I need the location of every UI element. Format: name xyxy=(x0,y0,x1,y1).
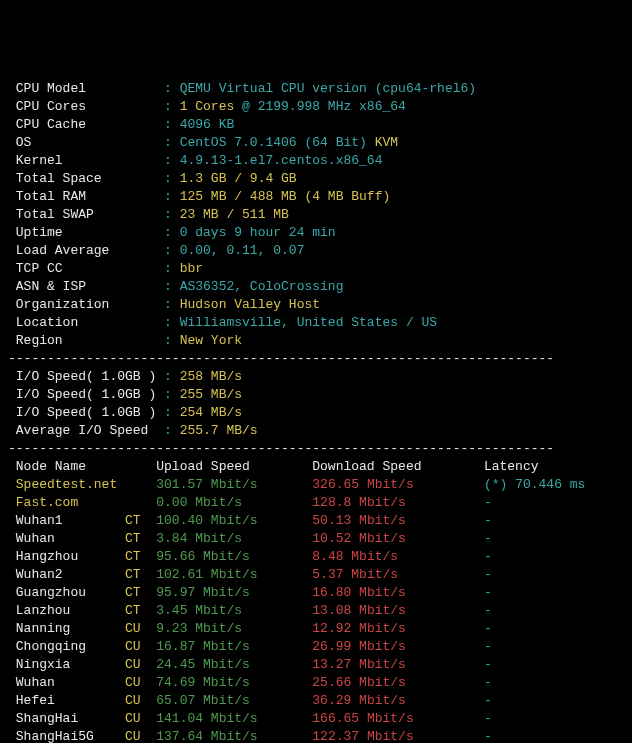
speed-isp: CT xyxy=(125,549,156,564)
speed-upload: 3.45 Mbit/s xyxy=(156,603,312,618)
colon: : xyxy=(164,297,180,312)
colon: : xyxy=(164,99,180,114)
colon: : xyxy=(164,117,180,132)
speed-download: 13.08 Mbit/s xyxy=(312,603,484,618)
speed-download: 26.99 Mbit/s xyxy=(312,639,484,654)
speed-latency: - xyxy=(484,693,492,708)
sysinfo-value: QEMU Virtual CPU version (cpu64-rhel6) xyxy=(180,81,476,96)
speed-isp xyxy=(125,477,156,492)
colon: : xyxy=(164,135,180,150)
speed-isp: CT xyxy=(125,585,156,600)
sysinfo-label: OS xyxy=(8,135,164,150)
colon: : xyxy=(164,369,180,384)
speed-row: Guangzhou CT 95.97 Mbit/s 16.80 Mbit/s - xyxy=(8,584,624,602)
colon: : xyxy=(164,405,180,420)
speed-row: Nanning CU 9.23 Mbit/s 12.92 Mbit/s - xyxy=(8,620,624,638)
sysinfo-label: CPU Model xyxy=(8,81,164,96)
speed-isp: CT xyxy=(125,513,156,528)
sysinfo-label: Load Average xyxy=(8,243,164,258)
colon: : xyxy=(164,279,180,294)
speed-download: 16.80 Mbit/s xyxy=(312,585,484,600)
colon: : xyxy=(164,171,180,186)
sysinfo-row: Load Average : 0.00, 0.11, 0.07 xyxy=(8,242,624,260)
speed-upload: 100.40 Mbit/s xyxy=(156,513,312,528)
speed-row: ShangHai CU 141.04 Mbit/s 166.65 Mbit/s … xyxy=(8,710,624,728)
header-download: Download Speed xyxy=(312,459,484,474)
speed-upload: 137.64 Mbit/s xyxy=(156,729,312,743)
sysinfo-value: 0.00, 0.11, 0.07 xyxy=(180,243,305,258)
speed-latency: - xyxy=(484,585,492,600)
divider-line: ----------------------------------------… xyxy=(8,351,554,366)
sysinfo-value: Williamsville, United States / US xyxy=(180,315,437,330)
speed-isp: CU xyxy=(125,621,156,636)
speed-isp: CT xyxy=(125,603,156,618)
speed-node: Wuhan2 xyxy=(8,567,125,582)
speed-latency: - xyxy=(484,513,492,528)
speed-row: Wuhan CT 3.84 Mbit/s 10.52 Mbit/s - xyxy=(8,530,624,548)
sysinfo-row: Total Space : 1.3 GB / 9.4 GB xyxy=(8,170,624,188)
sysinfo-value: bbr xyxy=(180,261,203,276)
sysinfo-value: AS36352, ColoCrossing xyxy=(180,279,344,294)
speed-download: 12.92 Mbit/s xyxy=(312,621,484,636)
speed-download: 122.37 Mbit/s xyxy=(312,729,484,743)
header-latency: Latency xyxy=(484,459,539,474)
sysinfo-row: Total RAM : 125 MB / 488 MB (4 MB Buff) xyxy=(8,188,624,206)
colon: : xyxy=(164,189,180,204)
sysinfo-label: Total RAM xyxy=(8,189,164,204)
speed-row: Wuhan2 CT 102.61 Mbit/s 5.37 Mbit/s - xyxy=(8,566,624,584)
speed-isp: CU xyxy=(125,675,156,690)
io-value: 258 MB/s xyxy=(180,369,242,384)
speed-download: 8.48 Mbit/s xyxy=(312,549,484,564)
speed-download: 13.27 Mbit/s xyxy=(312,657,484,672)
io-row: I/O Speed( 1.0GB ) : 255 MB/s xyxy=(8,386,624,404)
speed-latency: - xyxy=(484,711,492,726)
colon: : xyxy=(164,81,180,96)
speed-upload: 9.23 Mbit/s xyxy=(156,621,312,636)
speed-latency: - xyxy=(484,549,492,564)
colon: : xyxy=(164,315,180,330)
speed-row: Hefei CU 65.07 Mbit/s 36.29 Mbit/s - xyxy=(8,692,624,710)
speed-latency: - xyxy=(484,495,492,510)
sysinfo-label: Region xyxy=(8,333,164,348)
speed-isp: CU xyxy=(125,639,156,654)
speed-node: Chongqing xyxy=(8,639,125,654)
sysinfo-suffix: @ 2199.998 MHz x86_64 xyxy=(234,99,406,114)
speed-node: Wuhan xyxy=(8,675,125,690)
speed-latency: - xyxy=(484,621,492,636)
speed-upload: 95.97 Mbit/s xyxy=(156,585,312,600)
speed-row: Speedtest.net 301.57 Mbit/s 326.65 Mbit/… xyxy=(8,476,624,494)
colon: : xyxy=(164,333,180,348)
sysinfo-row: Uptime : 0 days 9 hour 24 min xyxy=(8,224,624,242)
sysinfo-row: Location : Williamsville, United States … xyxy=(8,314,624,332)
speed-isp: CU xyxy=(125,729,156,743)
colon: : xyxy=(164,423,180,438)
sysinfo-value: 0 days 9 hour 24 min xyxy=(180,225,336,240)
sysinfo-suffix: KVM xyxy=(367,135,398,150)
speed-node: Hangzhou xyxy=(8,549,125,564)
speed-latency: (*) 70.446 ms xyxy=(484,477,585,492)
sysinfo-label: Uptime xyxy=(8,225,164,240)
sysinfo-value: 125 MB / 488 MB (4 MB Buff) xyxy=(180,189,391,204)
header-upload: Upload Speed xyxy=(156,459,312,474)
speed-isp: CU xyxy=(125,711,156,726)
speed-node: ShangHai xyxy=(8,711,125,726)
colon: : xyxy=(164,207,180,222)
speed-latency: - xyxy=(484,657,492,672)
sysinfo-row: CPU Cache : 4096 KB xyxy=(8,116,624,134)
io-label: I/O Speed( 1.0GB ) xyxy=(8,405,164,420)
speed-isp: CU xyxy=(125,693,156,708)
sysinfo-value: 4.9.13-1.el7.centos.x86_64 xyxy=(180,153,383,168)
sysinfo-label: Kernel xyxy=(8,153,164,168)
io-value: 255.7 MB/s xyxy=(180,423,258,438)
speed-latency: - xyxy=(484,531,492,546)
sysinfo-value: 1.3 GB / 9.4 GB xyxy=(180,171,297,186)
speed-row: Lanzhou CT 3.45 Mbit/s 13.08 Mbit/s - xyxy=(8,602,624,620)
speed-isp: CT xyxy=(125,531,156,546)
sysinfo-row: Kernel : 4.9.13-1.el7.centos.x86_64 xyxy=(8,152,624,170)
speed-download: 166.65 Mbit/s xyxy=(312,711,484,726)
speed-download: 50.13 Mbit/s xyxy=(312,513,484,528)
speed-node: Wuhan1 xyxy=(8,513,125,528)
speed-upload: 74.69 Mbit/s xyxy=(156,675,312,690)
speed-upload: 102.61 Mbit/s xyxy=(156,567,312,582)
speed-node: Guangzhou xyxy=(8,585,125,600)
